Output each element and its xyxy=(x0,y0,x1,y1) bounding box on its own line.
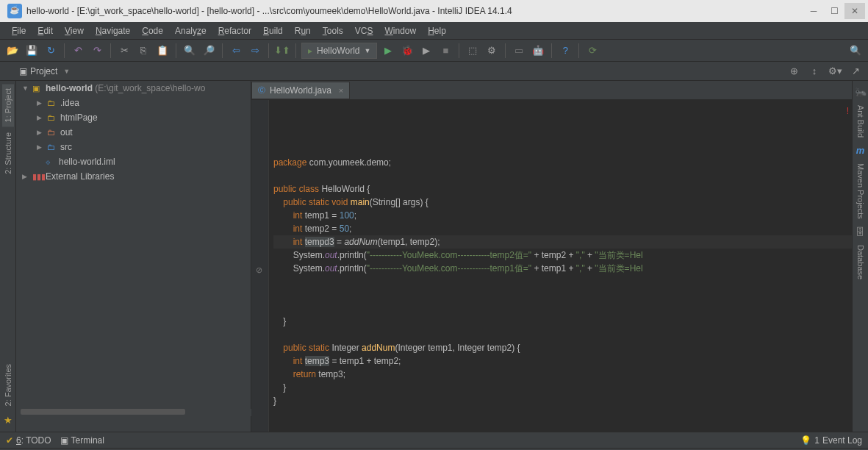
help-icon[interactable]: ? xyxy=(557,43,573,59)
tool-tab-terminal[interactable]: ▣ Terminal xyxy=(60,435,104,446)
folder-icon: 🗀 xyxy=(47,113,57,122)
tool-tab-ant[interactable]: Ant Build xyxy=(855,101,867,142)
maven-icon[interactable]: m xyxy=(853,142,868,159)
folder-icon: 🗀 xyxy=(47,128,57,137)
tree-item-src[interactable]: ▶ 🗀 src xyxy=(16,140,251,154)
back-icon[interactable]: ⇦ xyxy=(228,43,244,59)
locate-icon[interactable]: ⊕ xyxy=(786,63,802,79)
tool-tab-project[interactable]: 1: Project xyxy=(2,84,14,126)
error-stripe-icon[interactable]: ! xyxy=(847,104,849,118)
menu-window[interactable]: Window xyxy=(379,24,422,38)
editor-tab-helloworld[interactable]: Ⓒ HelloWorld.java × xyxy=(251,82,350,99)
menu-vcs[interactable]: VCS xyxy=(349,24,379,38)
favorites-icon[interactable]: ★ xyxy=(1,412,15,429)
close-tab-icon[interactable]: × xyxy=(339,86,343,95)
hide-icon[interactable]: ↗ xyxy=(847,63,864,79)
paste-icon[interactable]: 📋 xyxy=(154,43,171,59)
maximize-button[interactable]: ☐ xyxy=(824,3,844,19)
right-tool-strip: 🐜 Ant Build m Maven Projects 🗄 Database xyxy=(852,81,868,432)
tree-ext-libs[interactable]: ▶ ▮▮▮ External Libraries xyxy=(16,169,251,184)
app-logo-icon xyxy=(7,4,22,18)
run-config-selector[interactable]: ▸ HelloWorld ▼ xyxy=(301,43,377,59)
gear-icon[interactable]: ⚙▾ xyxy=(827,63,843,79)
tool-tab-maven[interactable]: Maven Projects xyxy=(855,159,867,224)
chevron-down-icon[interactable]: ▼ xyxy=(22,85,29,92)
menu-tools[interactable]: Tools xyxy=(317,24,349,38)
tool-tab-database[interactable]: Database xyxy=(855,240,867,284)
make-icon[interactable]: ⬇⬆ xyxy=(274,43,290,59)
run-icon[interactable]: ▶ xyxy=(380,43,396,59)
tool-tab-todo[interactable]: ✔ 6: TODO xyxy=(6,435,51,446)
redo-icon[interactable]: ↷ xyxy=(89,43,105,59)
menu-help[interactable]: Help xyxy=(422,24,452,38)
library-icon: ▮▮▮ xyxy=(32,172,43,182)
restart-icon[interactable]: ⟳ xyxy=(584,43,600,59)
sync-icon[interactable]: ↻ xyxy=(43,43,59,59)
override-icon[interactable]: ⊘ xyxy=(256,263,262,276)
menu-bar: File Edit View Navigate Code Analyze Ref… xyxy=(0,22,868,40)
minimize-button[interactable]: ─ xyxy=(803,3,824,19)
vcs-icon[interactable]: ⬚ xyxy=(465,43,481,59)
menu-refactor[interactable]: Refactor xyxy=(212,24,257,38)
run-config-icon: ▸ xyxy=(308,46,312,56)
search-everywhere-icon[interactable]: 🔍 xyxy=(847,43,864,59)
copy-icon[interactable]: ⎘ xyxy=(135,43,151,59)
tree-item-idea[interactable]: ▶ 🗀 .idea xyxy=(16,96,251,110)
collapse-icon[interactable]: ↕ xyxy=(806,63,822,79)
nav-bar: ▣ Project ▼ ⊕ ↕ ⚙▾ ↗ xyxy=(0,62,868,81)
sdk-icon[interactable]: 🤖 xyxy=(530,43,546,59)
window-title: hello-world - [E:\git_work_space\hello-w… xyxy=(26,6,803,16)
class-icon: Ⓒ xyxy=(258,85,265,96)
menu-analyze[interactable]: Analyze xyxy=(169,24,212,38)
menu-navigate[interactable]: Navigate xyxy=(90,24,136,38)
title-bar: hello-world - [E:\git_work_space\hello-w… xyxy=(0,0,868,22)
tree-item-iml[interactable]: ⟐ hello-world.iml xyxy=(16,154,251,169)
settings-icon[interactable]: ⚙ xyxy=(484,43,500,59)
chevron-right-icon[interactable]: ▶ xyxy=(37,114,44,121)
terminal-icon: ▣ xyxy=(60,435,68,446)
find-icon[interactable]: 🔍 xyxy=(182,43,198,59)
menu-file[interactable]: File xyxy=(6,24,32,38)
undo-icon[interactable]: ↶ xyxy=(70,43,86,59)
chevron-down-icon: ▼ xyxy=(364,47,370,54)
tree-item-out[interactable]: ▶ 🗀 out xyxy=(16,125,251,140)
ant-icon[interactable]: 🐜 xyxy=(852,84,869,101)
menu-build[interactable]: Build xyxy=(257,24,289,38)
chevron-right-icon[interactable]: ▶ xyxy=(37,143,44,151)
chevron-down-icon[interactable]: ▼ xyxy=(63,68,70,75)
tree-item-htmlpage[interactable]: ▶ 🗀 htmlPage xyxy=(16,110,251,125)
forward-icon[interactable]: ⇨ xyxy=(247,43,263,59)
coverage-icon[interactable]: ▶̵ xyxy=(418,43,434,59)
tree-hscrollbar[interactable] xyxy=(16,409,251,416)
menu-edit[interactable]: Edit xyxy=(32,24,59,38)
tree-root[interactable]: ▼ ▣ hello-world (E:\git_work_space\hello… xyxy=(16,81,251,96)
cut-icon[interactable]: ✂ xyxy=(116,43,132,59)
tab-label: HelloWorld.java xyxy=(270,85,331,96)
project-tool-icon[interactable]: ▣ xyxy=(19,66,27,76)
run-config-name: HelloWorld xyxy=(317,46,359,56)
tool-tab-favorites[interactable]: 2: Favorites xyxy=(2,360,14,410)
module-icon: ▣ xyxy=(32,84,43,93)
close-button[interactable]: ✕ xyxy=(844,3,865,19)
event-log-button[interactable]: 💡1 Event Log xyxy=(800,435,862,446)
avd-icon[interactable]: ▭ xyxy=(511,43,527,59)
menu-run[interactable]: Run xyxy=(289,24,317,38)
menu-code[interactable]: Code xyxy=(136,24,169,38)
editor: Ⓒ HelloWorld.java × ! ⊘ package com.youm… xyxy=(251,81,852,432)
chevron-right-icon[interactable]: ▶ xyxy=(37,129,44,136)
debug-icon[interactable]: 🐞 xyxy=(399,43,415,59)
replace-icon[interactable]: 🔎 xyxy=(201,43,217,59)
database-icon[interactable]: 🗄 xyxy=(853,224,868,240)
bottom-tool-bar: ✔ 6: TODO ▣ Terminal 💡1 Event Log xyxy=(0,432,868,448)
tree-root-label: hello-world (E:\git_work_space\hello-wo xyxy=(46,83,205,93)
project-tool-label[interactable]: Project xyxy=(30,66,57,76)
chevron-right-icon[interactable]: ▶ xyxy=(22,173,29,180)
code-area[interactable]: ! ⊘ package com.youmeek.demo; public cla… xyxy=(251,100,852,432)
menu-view[interactable]: View xyxy=(59,24,90,38)
stop-icon[interactable]: ■ xyxy=(437,43,453,59)
save-icon[interactable]: 💾 xyxy=(24,43,40,59)
open-icon[interactable]: 📂 xyxy=(4,43,21,59)
bulb-icon: 💡 xyxy=(800,435,811,446)
tool-tab-structure[interactable]: 2: Structure xyxy=(2,128,14,179)
chevron-right-icon[interactable]: ▶ xyxy=(37,99,44,107)
